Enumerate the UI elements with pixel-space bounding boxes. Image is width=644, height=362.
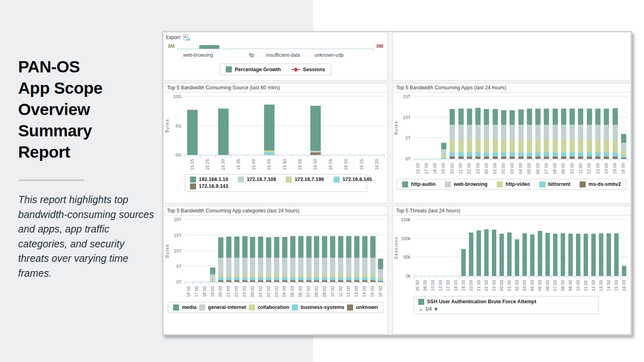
x-axis-ticks	[414, 276, 628, 279]
bar-slot	[297, 220, 305, 282]
bar-slot	[491, 97, 500, 159]
bar	[322, 236, 327, 282]
bar-segment-general-internet	[274, 258, 279, 274]
tick-mark	[475, 276, 483, 279]
bar-segment-http-video	[595, 140, 601, 152]
bar	[346, 236, 351, 282]
bar-segment-SSH User Authentication Brute Force Attempt	[607, 233, 611, 276]
x-tick-label: 02:00	[265, 286, 273, 297]
tick-mark	[289, 282, 297, 285]
bar-segment-unknown	[314, 280, 319, 282]
bar-segment-media	[258, 237, 263, 258]
bar-segment-collaboration	[354, 274, 359, 278]
bar-segment-http-audio	[578, 109, 583, 125]
bar-slot	[414, 220, 421, 276]
bar	[274, 237, 279, 282]
bar-segment-general-internet	[234, 258, 239, 274]
x-tick-label: 21:00	[225, 286, 233, 297]
bar-segment-http-video	[578, 140, 583, 152]
bar-segment-general-internet	[362, 258, 367, 274]
bar-segment-collaboration	[250, 274, 255, 278]
panel-title-categories: Top 5 Bandwidth Consuming App categories…	[164, 206, 387, 216]
bar-slot	[422, 97, 431, 159]
bar-slot	[521, 220, 528, 276]
x-tick-label: 11:00	[337, 286, 345, 297]
bar-segment-ms-ds-smbv2	[587, 156, 592, 159]
bar	[362, 236, 367, 282]
pager-down-icon[interactable]: ▼	[433, 306, 439, 312]
x-tick-label: 00:00	[498, 280, 506, 291]
x-tick-label: 15:00	[613, 280, 620, 291]
bar-segment-unknown	[298, 280, 303, 282]
panel-apps: Top 5 Bandwidth Consuming Apps (last 24 …	[392, 83, 631, 204]
y-axis-title: Sessions	[394, 220, 398, 276]
bar-segment-SSH User Authentication Brute Force Attempt	[469, 232, 473, 276]
bar-slot	[474, 97, 482, 159]
x-tick-label: 05:00	[525, 163, 534, 174]
pdf-export-icon[interactable]	[183, 34, 190, 41]
x-tick-label: 09:00	[559, 163, 568, 174]
bar-segment-ms-ds-smbv2	[518, 156, 524, 159]
tick-mark	[611, 159, 619, 162]
x-tick-label: 09:00	[567, 280, 574, 291]
tick-mark	[339, 155, 354, 158]
tick-mark	[559, 276, 567, 279]
bar	[370, 236, 376, 282]
report-title-line: Overview	[18, 99, 103, 120]
x-tick-label: 16:00	[619, 163, 628, 174]
y-tick-label: 0T	[405, 156, 411, 161]
bar-slot	[217, 220, 225, 282]
bar-slot	[313, 220, 321, 282]
bar-segment-http-audio	[613, 108, 618, 125]
bar-slot	[249, 220, 257, 282]
legend-label: business-systems	[301, 304, 344, 310]
x-tick-label: 23:00	[474, 163, 482, 174]
tick-mark	[369, 155, 385, 158]
legend-label: 172.16.7.108	[247, 177, 276, 182]
bar-slot	[345, 220, 353, 282]
bar-slot	[444, 220, 452, 276]
x-axis-ticks	[185, 155, 385, 158]
tick-mark	[508, 159, 517, 162]
legend-label: http-video	[506, 181, 530, 187]
bar-slot	[262, 97, 277, 155]
bar-segment-http-audio	[450, 109, 455, 125]
tick-mark	[217, 282, 225, 285]
bar-segment-business-systems	[346, 277, 351, 280]
x-tick-label: 17:00	[422, 163, 431, 174]
tick-mark	[585, 159, 594, 162]
bar-segment-web-browsing	[441, 149, 446, 154]
tick-mark	[551, 159, 559, 162]
bar-segment-media	[330, 236, 335, 257]
title-divider	[19, 179, 84, 181]
legend-swatch	[539, 181, 545, 187]
bar-slot	[429, 220, 437, 276]
x-tick-label: 23:00	[490, 280, 498, 291]
bar-segment-business-systems	[210, 282, 215, 282]
x-tick-label: 01:00	[491, 163, 500, 174]
bar-segment-unknown	[338, 280, 343, 282]
categories-chart: Bytes0T5T10T15T20T16:0017:0018:0019:0020…	[164, 216, 387, 334]
bar-slot	[265, 220, 273, 282]
bar	[484, 109, 489, 159]
report-title-line: App Scope	[18, 78, 103, 99]
bar	[282, 237, 287, 282]
y-tick-label: 10G	[173, 94, 182, 99]
bar-segment-web-browsing	[587, 125, 592, 140]
x-tick-label: 22:00	[233, 286, 241, 297]
y-axis: Bytes0G5G10G	[164, 97, 185, 155]
tick-mark	[414, 276, 422, 279]
tick-mark	[177, 49, 178, 51]
bar-segment-collaboration	[266, 274, 271, 278]
tick-mark	[249, 282, 257, 285]
bar-segment-media	[250, 237, 255, 258]
bar-segment-business-systems	[330, 277, 335, 280]
growth-category-labels: web-browsingftpinsufficient-dataunknown-…	[180, 52, 371, 59]
bar-segment-web-browsing	[535, 125, 541, 140]
tick-mark	[506, 276, 514, 279]
legend-swatch	[226, 66, 232, 72]
x-tick-label: 15:00	[369, 286, 377, 297]
pager-up-icon[interactable]: ▲	[418, 306, 423, 312]
bar-segment-web-browsing	[604, 125, 609, 140]
legend-label: http-audio	[411, 181, 436, 187]
